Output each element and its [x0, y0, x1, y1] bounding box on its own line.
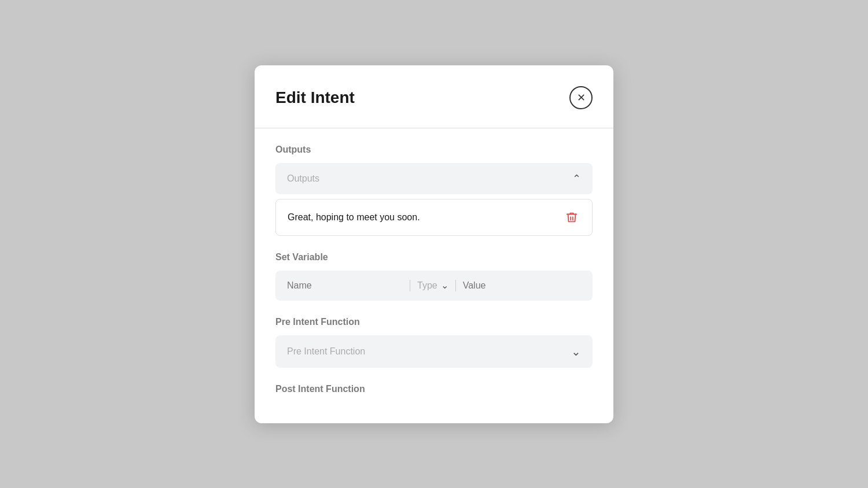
set-variable-section: Set Variable Type ⌄ [275, 252, 593, 301]
type-chevron-down-icon: ⌄ [441, 280, 448, 291]
variable-type-select[interactable]: Type ⌄ [417, 280, 448, 291]
pre-intent-chevron-down-icon: ⌄ [571, 345, 581, 358]
variable-value-input[interactable] [463, 280, 581, 291]
outputs-section-label: Outputs [275, 145, 593, 155]
header-divider [255, 128, 613, 128]
pre-intent-section-label: Pre Intent Function [275, 317, 593, 327]
close-icon: ✕ [577, 91, 586, 104]
chevron-up-icon: ⌃ [572, 172, 581, 185]
close-button[interactable]: ✕ [569, 86, 593, 109]
modal-header: Edit Intent ✕ [275, 86, 593, 109]
pre-intent-dropdown[interactable]: Pre Intent Function ⌄ [275, 335, 593, 368]
variable-type-label: Type [417, 280, 437, 291]
modal-title: Edit Intent [275, 88, 355, 107]
trash-icon [565, 211, 578, 224]
post-intent-section: Post Intent Function [275, 384, 593, 394]
pre-intent-section: Pre Intent Function Pre Intent Function … [275, 317, 593, 368]
overlay: Edit Intent ✕ Outputs Outputs ⌃ Great, h… [0, 0, 868, 488]
output-text: Great, hoping to meet you soon. [288, 212, 420, 223]
outputs-section: Outputs Outputs ⌃ Great, hoping to meet … [275, 145, 593, 236]
outputs-dropdown-label: Outputs [287, 173, 319, 184]
output-item: Great, hoping to meet you soon. [275, 199, 593, 236]
pre-intent-dropdown-label: Pre Intent Function [287, 346, 365, 357]
var-separator [410, 280, 410, 291]
set-variable-row: Type ⌄ [275, 271, 593, 301]
set-variable-label: Set Variable [275, 252, 593, 263]
modal-dialog: Edit Intent ✕ Outputs Outputs ⌃ Great, h… [255, 65, 613, 423]
delete-output-button[interactable] [563, 209, 580, 226]
variable-name-input[interactable] [287, 280, 403, 291]
var-separator-2 [455, 280, 456, 291]
post-intent-section-label: Post Intent Function [275, 384, 593, 394]
outputs-dropdown[interactable]: Outputs ⌃ [275, 163, 593, 194]
